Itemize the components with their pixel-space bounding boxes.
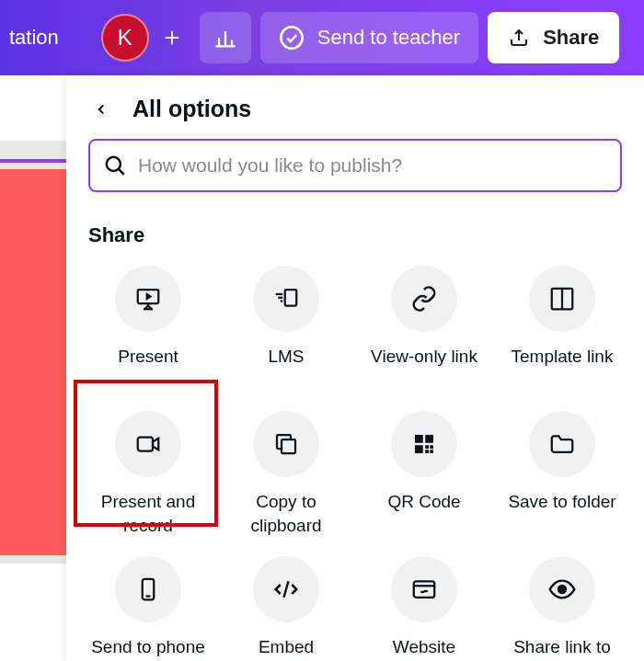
svg-rect-25 <box>415 435 423 443</box>
option-label: View-only link <box>371 345 477 393</box>
svg-rect-22 <box>138 438 153 451</box>
video-camera-icon <box>134 430 162 458</box>
doc-title-partial: tation <box>9 26 59 50</box>
svg-rect-35 <box>414 581 435 598</box>
option-view-only-link[interactable]: View-only link <box>355 260 493 398</box>
option-present-and-record[interactable]: Present and record <box>79 405 217 543</box>
share-panel: All options Share Present LMS View-only … <box>66 75 644 661</box>
send-to-teacher-label: Send to teacher <box>317 26 460 50</box>
svg-point-8 <box>107 157 121 171</box>
upload-icon <box>508 27 530 49</box>
folder-icon <box>548 430 576 458</box>
svg-point-6 <box>281 27 302 48</box>
option-label: Save to folder <box>508 490 615 538</box>
phone-icon <box>134 576 162 603</box>
bar-chart-icon <box>213 25 238 51</box>
website-icon <box>410 576 438 603</box>
back-button[interactable] <box>88 97 114 122</box>
option-label: Present and record <box>83 490 213 538</box>
svg-line-9 <box>119 169 124 175</box>
panel-header: All options <box>66 75 644 139</box>
share-button-label: Share <box>543 26 599 50</box>
svg-line-34 <box>284 581 289 598</box>
options-scroll[interactable]: Share Present LMS View-only link Templat… <box>66 209 644 661</box>
svg-rect-26 <box>425 435 433 443</box>
option-lms[interactable]: LMS <box>217 260 355 398</box>
chevron-left-icon <box>93 101 109 118</box>
share-button[interactable]: Share <box>488 12 619 63</box>
avatar-letter: K <box>118 25 132 51</box>
option-label: Embed <box>259 635 314 661</box>
lms-icon <box>272 285 300 313</box>
code-icon <box>272 576 300 603</box>
avatar[interactable]: K <box>101 14 149 62</box>
option-template-link[interactable]: Template link <box>493 260 631 398</box>
section-title-share: Share <box>79 218 631 260</box>
option-label: Website <box>393 635 455 661</box>
eye-icon <box>547 575 577 604</box>
option-label: QR Code <box>387 490 460 538</box>
option-website[interactable]: Website <box>355 551 493 661</box>
check-circle-icon <box>279 25 305 51</box>
link-icon <box>410 285 438 313</box>
option-label: Present <box>118 345 178 393</box>
option-send-to-phone[interactable]: Send to phone <box>79 551 217 661</box>
panel-title: All options <box>132 96 251 122</box>
present-icon <box>134 285 162 313</box>
option-label: Share link to watch <box>497 635 627 661</box>
analytics-button[interactable] <box>200 12 251 63</box>
canvas-slide <box>0 169 74 555</box>
canvas-accent <box>0 159 74 163</box>
search-icon <box>103 154 127 177</box>
svg-rect-24 <box>282 439 295 453</box>
option-share-link-to-watch[interactable]: Share link to watch <box>493 551 631 661</box>
search-field-wrap[interactable] <box>88 139 622 192</box>
add-collaborator-button[interactable] <box>154 19 190 56</box>
option-label: Template link <box>512 345 614 393</box>
svg-rect-27 <box>415 445 423 453</box>
option-copy-to-clipboard[interactable]: Copy to clipboard <box>217 405 355 543</box>
qr-code-icon <box>410 430 438 458</box>
option-label: LMS <box>268 345 304 393</box>
send-to-teacher-button[interactable]: Send to teacher <box>260 12 478 63</box>
option-label: Copy to clipboard <box>221 490 351 538</box>
top-toolbar: tation K Send to teacher Share <box>0 0 644 75</box>
option-qr-code[interactable]: QR Code <box>355 405 493 543</box>
template-icon <box>548 285 576 313</box>
svg-rect-29 <box>430 450 433 453</box>
option-embed[interactable]: Embed <box>217 551 355 661</box>
svg-rect-16 <box>285 290 297 306</box>
option-label: Send to phone <box>91 635 205 661</box>
svg-rect-30 <box>425 450 429 453</box>
option-save-to-folder[interactable]: Save to folder <box>493 405 631 543</box>
svg-point-37 <box>558 586 566 593</box>
search-input[interactable] <box>138 154 607 177</box>
options-grid: Present LMS View-only link Template link… <box>79 260 631 661</box>
svg-marker-11 <box>147 294 151 299</box>
option-present[interactable]: Present <box>79 260 217 398</box>
svg-rect-31 <box>430 445 433 449</box>
svg-rect-28 <box>425 445 429 449</box>
copy-icon <box>272 430 300 458</box>
